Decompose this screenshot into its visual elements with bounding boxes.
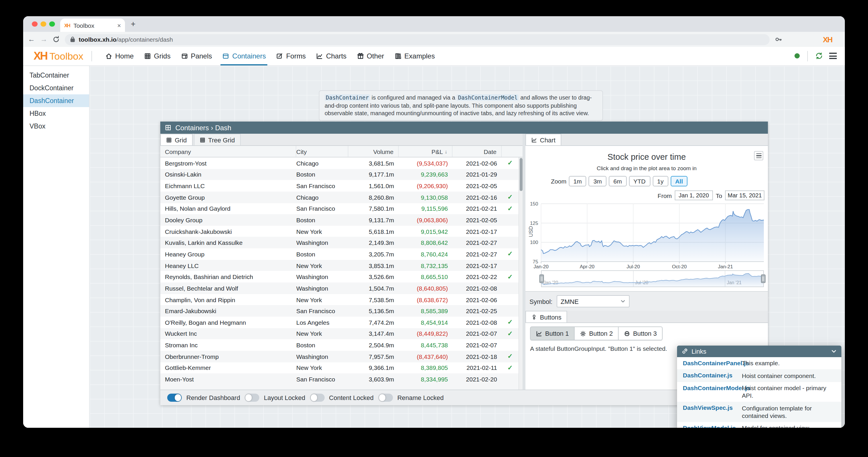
tab-grid[interactable]: Grid (160, 134, 193, 145)
refresh-icon[interactable] (815, 52, 823, 60)
grid-rows: Bergstrom-YostChicago3,681.5m(9,534,037)… (160, 157, 523, 385)
zoom-all-button[interactable]: All (671, 176, 687, 186)
minimize-window-button[interactable] (40, 21, 46, 27)
close-window-button[interactable] (32, 21, 37, 27)
collapse-chevron-icon[interactable] (831, 348, 837, 354)
table-row[interactable]: Eichmann LLCSan Francisco1,561.0m(9,206,… (160, 180, 523, 192)
chart-navigator[interactable]: Jan '20Jul '20Jan '21 (541, 270, 764, 287)
zoom-6m-button[interactable]: 6m (609, 176, 626, 186)
nav-item-grids[interactable]: Grids (139, 47, 176, 65)
column-header-company[interactable]: Company (160, 146, 296, 157)
key-icon[interactable] (775, 36, 782, 43)
table-row[interactable]: Stroman IncBoston2,504.9m8,445,7382021-0… (160, 339, 523, 351)
render-dashboard-toggle[interactable] (167, 394, 182, 401)
table-row[interactable]: Osinski-LakinBoston9,177.1m9,239,6632021… (160, 169, 523, 180)
nav-item-home[interactable]: Home (100, 47, 139, 65)
sidebar-item-dashcontainer[interactable]: DashContainer (23, 94, 89, 107)
button-label: Button 2 (589, 330, 613, 337)
nav-item-containers[interactable]: Containers (217, 47, 271, 65)
forward-icon[interactable]: → (40, 36, 48, 43)
app-logo[interactable]: XH Toolbox (34, 50, 83, 62)
layout-locked-toggle[interactable] (245, 394, 259, 401)
table-row[interactable]: O'Reilly, Bogan and HegmannLos Angeles7,… (160, 316, 523, 328)
nav-item-charts[interactable]: Charts (311, 47, 352, 65)
chart-context-menu-icon[interactable] (754, 151, 763, 160)
new-tab-button[interactable]: + (131, 19, 135, 28)
table-row[interactable]: Reynolds, Bashirian and DietrichWashingt… (160, 271, 523, 282)
column-header-check[interactable] (502, 146, 519, 157)
rename-locked-toggle[interactable] (378, 394, 393, 401)
scrollbar-thumb[interactable] (520, 158, 523, 191)
button-1[interactable]: Button 1 (530, 327, 575, 340)
column-header-city[interactable]: City (296, 146, 348, 157)
sidebar: TabContainerDockContainerDashContainerHB… (23, 66, 90, 427)
grid-tab-icon (166, 137, 172, 143)
column-header-pnl[interactable]: P&L↓ (399, 146, 453, 157)
source-file-link[interactable]: DashViewSpec.js (677, 404, 742, 411)
zoom-ytd-button[interactable]: YTD (629, 176, 650, 186)
partial-row (160, 385, 523, 389)
table-row[interactable]: Bergstrom-YostChicago3,681.5m(9,534,037)… (160, 157, 523, 169)
link-row: DashContainer.jsHoist container componen… (677, 369, 841, 382)
source-file-link[interactable]: DashViewModel.js (677, 424, 742, 427)
tab-buttons[interactable]: Buttons (525, 311, 567, 323)
zoom-1y-button[interactable]: 1y (652, 176, 668, 186)
close-tab-icon[interactable]: × (117, 22, 121, 29)
browser-tab[interactable]: XH Toolbox × (60, 19, 125, 32)
sidebar-item-vbox[interactable]: VBox (23, 120, 89, 132)
column-header-volume[interactable]: Volume (348, 146, 399, 157)
sidebar-item-dockcontainer[interactable]: DockContainer (23, 81, 89, 94)
button-3[interactable]: Button 3 (618, 327, 662, 340)
source-file-link[interactable]: DashContainer.js (677, 372, 742, 378)
stock-price-plot[interactable]: 75100125150Jan-20Apr-20Jul-20Oct-20Jan-2… (541, 204, 764, 262)
favicon-xh-icon: XH (64, 22, 70, 28)
table-row[interactable]: Champlin, Von and RippinNew York7,538.5m… (160, 294, 523, 305)
table-row[interactable]: Dooley GroupBoston9,131.7m(9,063,806)202… (160, 214, 523, 225)
table-row[interactable]: Oberbrunner-TrompWashington7,957.5m(8,43… (160, 351, 523, 362)
nav-item-forms[interactable]: Forms (271, 47, 311, 65)
svg-text:100: 100 (530, 240, 538, 245)
zoom-3m-button[interactable]: 3m (589, 176, 607, 186)
table-row[interactable]: Heaney GroupBoston3,205.7m8,760,4242021-… (160, 248, 523, 260)
back-icon[interactable]: ← (28, 36, 35, 43)
to-date-input[interactable]: Mar 15, 2021 (725, 190, 765, 200)
header-divider (91, 51, 92, 61)
nav-item-other[interactable]: Other (352, 47, 390, 65)
maximize-window-button[interactable] (49, 21, 55, 27)
tab-tree-grid[interactable]: Tree Grid (194, 134, 241, 145)
from-date-input[interactable]: Jan 1, 2020 (675, 190, 713, 200)
table-row[interactable]: Heaney LLCNew York3,853.1m8,732,1352021-… (160, 260, 523, 271)
check-icon: ✓ (507, 319, 513, 326)
chart-view-tabbar: Chart (525, 134, 768, 146)
url-text: toolbox.xh.io/app/containers/dash (79, 36, 173, 43)
tab-chart[interactable]: Chart (525, 134, 561, 145)
table-row[interactable]: Cruickshank-JakubowskiNew York5,618.1m9,… (160, 226, 523, 237)
table-row[interactable]: Gottlieb-KemmerNew York9,366.1m8,389,805… (160, 362, 523, 373)
sidebar-item-hbox[interactable]: HBox (23, 107, 89, 120)
table-row[interactable]: Emard-JakubowskiSan Francisco5,136.5m8,5… (160, 305, 523, 316)
links-panel-header[interactable]: Links (677, 345, 841, 357)
check-icon: ✓ (507, 273, 513, 280)
button-2[interactable]: Button 2 (574, 327, 619, 340)
svg-text:125: 125 (530, 220, 538, 226)
reload-icon[interactable] (53, 36, 60, 43)
table-row[interactable]: Goyette GroupChicago8,260.8m9,130,058202… (160, 192, 523, 203)
source-file-link[interactable]: DashContainerPanel.js (677, 359, 742, 366)
table-row[interactable]: Russel, Bechtelar and WolfWashington1,50… (160, 282, 523, 294)
column-header-date[interactable]: Date (453, 146, 502, 157)
sidebar-item-tabcontainer[interactable]: TabContainer (23, 69, 89, 81)
table-row[interactable]: Kuvalis, Larkin and KassulkeWashington2,… (160, 237, 523, 248)
zoom-1m-button[interactable]: 1m (569, 176, 587, 186)
table-row[interactable]: Wuckert IncNew York3,147.4m(8,449,822)20… (160, 328, 523, 339)
menu-icon[interactable] (829, 53, 837, 59)
nav-item-panels[interactable]: Panels (176, 47, 217, 65)
symbol-select[interactable]: ZMNE (557, 295, 629, 307)
table-row[interactable]: Moen-YostSan Francisco3,603.9m8,334,9952… (160, 373, 523, 385)
nav-item-examples[interactable]: Examples (390, 47, 440, 65)
source-file-link[interactable]: DashContainerModel.js (677, 384, 742, 391)
from-label: From (658, 192, 672, 199)
table-row[interactable]: Hills, Nolan and GaylordSan Francisco7,5… (160, 203, 523, 214)
grid-vertical-scrollbar[interactable] (519, 157, 523, 389)
address-bar[interactable]: toolbox.xh.io/app/containers/dash (65, 34, 770, 45)
content-locked-toggle[interactable] (310, 394, 324, 401)
